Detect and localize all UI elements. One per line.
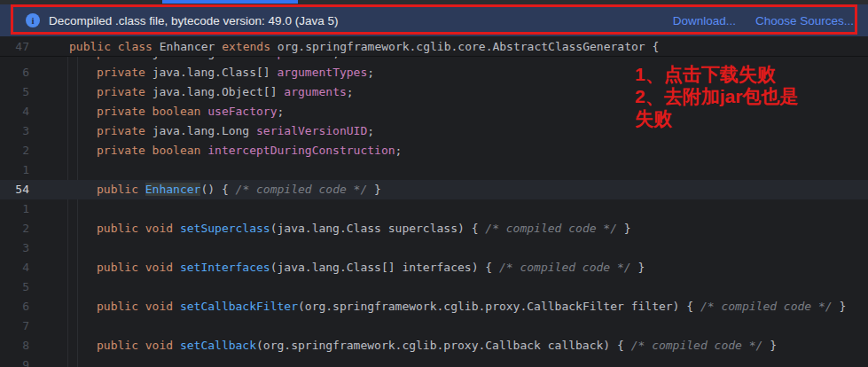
sticky-class-declaration[interactable]: 47public class Enhancer extends org.spri… [0,37,868,57]
code-token: java.lang.Long [152,124,256,137]
code-line[interactable]: 6public void setCallbackFilter(org.sprin… [0,297,868,316]
info-icon: i [26,13,40,27]
code-token: private [97,85,152,98]
code-line[interactable]: 9 [0,355,868,367]
code-token: setCallback [180,339,256,352]
code-token: public class [69,40,160,53]
code-token: private boolean [97,105,207,118]
line-number: 6 [0,63,29,82]
code-token: public void [97,339,180,352]
annotation-line: 失败 [635,107,862,129]
code-token: /* compiled code */ [236,183,368,196]
code-text: public void setSuperclass(java.lang.Clas… [0,219,868,238]
code-token: /* compiled code */ [485,222,617,235]
code-token: interceptDuringConstruction [207,144,395,157]
code-token: } [617,222,631,235]
line-number: 3 [0,121,29,141]
code-token: setCallbackFilter [180,300,298,313]
code-token: /* compiled code */ [499,261,631,274]
code-token: } [762,339,777,352]
line-number: 4 [0,258,29,277]
annotation-note: 1、点击下载失败 2、去附加jar包也是 失败 [635,63,862,129]
code-token: Enhancer [145,183,201,196]
code-token: argumentTypes [278,66,368,79]
code-token: extends [222,40,278,53]
code-text: public void setCallbackFilter(org.spring… [0,297,868,316]
code-line[interactable]: 3 [0,238,868,258]
code-text: public Enhancer() { /* compiled code */ … [0,180,868,199]
annotation-line: 1、点击下载失败 [635,63,862,85]
code-token: (org.springframework.cglib.proxy.Callbac… [256,339,631,352]
decompiled-file-banner: i Decompiled .class file, bytecode versi… [0,4,868,36]
line-number: 2 [0,219,29,238]
active-tab-indicator[interactable] [162,0,298,4]
code-line[interactable]: 2public void setSuperclass(java.lang.Cla… [0,219,868,238]
line-number: 1 [0,199,29,219]
code-token: (java.lang.Class superclass) { [270,222,486,235]
choose-sources-link[interactable]: Choose Sources... [755,14,854,27]
code-token: } [367,183,381,196]
line-number: 9 [0,355,29,367]
code-line[interactable]: 4public void setInterfaces(java.lang.Cla… [0,258,868,277]
code-text: public void setCallback(org.springframew… [0,336,868,355]
line-number: 7 [0,316,29,336]
annotation-line: 2、去附加jar包也是 [635,85,862,107]
code-token: Enhancer [160,40,222,53]
ide-window: i Decompiled .class file, bytecode versi… [0,0,868,367]
line-number: 8 [0,336,29,355]
line-number: 2 [0,141,29,160]
line-number: 6 [0,297,29,316]
line-number: 5 [0,277,29,297]
code-token: public void [97,222,180,235]
code-token: () { [200,183,235,196]
code-token: arguments [284,85,346,98]
code-token: ; [278,105,285,118]
code-line[interactable]: 5 [0,277,868,297]
code-token: } [631,261,645,274]
line-number: 54 [0,180,29,199]
code-text: public void setInterfaces(java.lang.Clas… [0,258,868,277]
code-text: public class Enhancer extends org.spring… [0,37,868,56]
code-token: private [97,124,152,137]
code-token: setSuperclass [180,222,270,235]
code-line[interactable]: 8public void setCallback(org.springframe… [0,336,868,355]
code-text: private boolean interceptDuringConstruct… [0,141,868,160]
code-token: public void [97,261,180,274]
code-editor[interactable]: 7private java.lang.Class superclass;6pri… [0,36,868,367]
code-line[interactable]: 2private boolean interceptDuringConstruc… [0,141,868,160]
banner-actions: Download... Choose Sources... [673,14,854,27]
code-token: } [833,300,847,313]
code-token: ; [367,66,374,79]
line-number: 47 [0,37,29,56]
code-token: ; [347,85,354,98]
code-token: private boolean [97,144,207,157]
code-token: /* compiled code */ [631,339,763,352]
code-token: serialVersionUID [256,124,367,137]
code-token: java.lang.Object[] [152,85,285,98]
code-line[interactable]: 1 [0,199,868,219]
code-token: java.lang.Class[] [152,66,278,79]
code-token: ; [367,124,374,137]
code-line[interactable]: 1 [0,160,868,180]
banner-message: Decompiled .class file, bytecode version… [49,14,338,27]
line-number: 5 [0,82,29,102]
code-token: (org.springframework.cglib.proxy.Callbac… [298,300,700,313]
code-line[interactable]: 7 [0,316,868,336]
line-number: 4 [0,102,29,121]
code-token: /* compiled code */ [700,300,833,313]
code-token: useFactory [207,105,277,118]
line-number: 1 [0,160,29,180]
code-token: public void [97,300,180,313]
code-token: org.springframework.cglib.core.AbstractC… [278,40,659,53]
code-token: public [97,183,145,196]
code-line[interactable]: 54public Enhancer() { /* compiled code *… [0,180,868,199]
download-link[interactable]: Download... [673,14,736,27]
code-token: private [97,66,152,79]
code-token: (java.lang.Class[] interfaces) { [270,261,499,274]
code-token: ; [395,144,403,157]
line-number: 3 [0,238,29,258]
code-token: setInterfaces [180,261,270,274]
code-line[interactable]: 47public class Enhancer extends org.spri… [0,37,868,56]
